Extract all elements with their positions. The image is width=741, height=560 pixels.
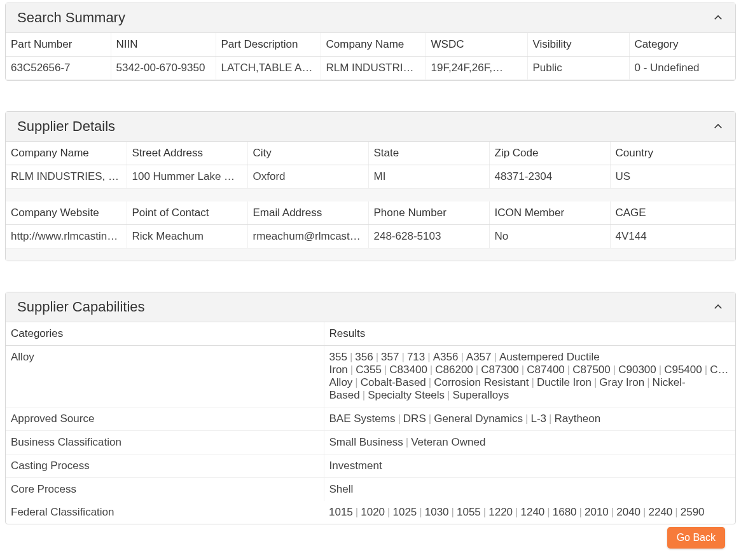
- cell-niin: 5342-00-670-9350: [111, 57, 216, 80]
- result-value: C83400: [389, 364, 427, 376]
- supplier-capabilities-panel: Supplier Capabilities Categories Results…: [5, 292, 736, 524]
- cell-wsdc: 19F,24F,26F,…: [426, 57, 527, 80]
- result-value: C90300: [618, 364, 656, 376]
- cutoff-results: 1015|1020|1025|1030|1055|1220|1240|1680|…: [324, 501, 710, 524]
- details-table: Company Name Street Address City State Z…: [6, 142, 735, 261]
- result-value: 713: [407, 351, 425, 363]
- supplier-details-header[interactable]: Supplier Details: [6, 112, 735, 142]
- separator: |: [360, 389, 368, 401]
- separator: |: [385, 506, 392, 518]
- separator: |: [348, 364, 356, 376]
- separator: |: [373, 351, 381, 363]
- separator: |: [481, 506, 488, 518]
- separator: |: [417, 506, 424, 518]
- cell-state: MI: [368, 165, 489, 189]
- cell-results: Small Business|Veteran Owned: [324, 431, 735, 454]
- cell-phone: 248-628-5103: [368, 224, 489, 248]
- separator: |: [473, 364, 481, 376]
- cell-zip: 48371-2304: [489, 165, 610, 189]
- col-company-name: Company Name: [321, 33, 426, 57]
- col-cage: CAGE: [610, 201, 735, 225]
- separator: |: [609, 506, 616, 518]
- cell-results: Shell: [324, 478, 735, 502]
- result-value: 1240: [521, 506, 545, 518]
- table-header-row: Categories Results: [6, 322, 735, 346]
- table-row[interactable]: RLM INDUSTRIES, INC. 100 Hummer Lake Roa…: [6, 165, 735, 189]
- result-value: 2010: [585, 506, 609, 518]
- result-value: 357: [381, 351, 399, 363]
- panel-title: Supplier Details: [17, 118, 115, 135]
- separator: |: [403, 436, 411, 448]
- cell-category: 0 - Undefined: [629, 57, 735, 80]
- separator: |: [427, 364, 435, 376]
- separator: |: [577, 506, 585, 518]
- separator: |: [399, 351, 406, 363]
- cell-email: rmeachum@rlmcastin…: [247, 224, 368, 248]
- separator: |: [492, 351, 499, 363]
- result-value: Gray Iron: [599, 376, 644, 388]
- result-value: L-3: [530, 413, 546, 425]
- col-email: Email Address: [247, 201, 368, 225]
- col-icon-member: ICON Member: [489, 201, 610, 225]
- separator: |: [546, 413, 554, 425]
- cell-visibility: Public: [527, 57, 629, 80]
- separator: |: [426, 413, 434, 425]
- cell-company-name: RLM INDUSTRIES, INC.: [6, 165, 127, 189]
- cell-country: US: [610, 165, 735, 189]
- table-row[interactable]: 63C52656-7 5342-00-670-9350 LATCH,TABLE …: [6, 57, 735, 80]
- col-part-description: Part Description: [216, 33, 321, 57]
- search-summary-header[interactable]: Search Summary: [6, 3, 735, 33]
- separator: |: [347, 351, 355, 363]
- separator: |: [656, 364, 664, 376]
- table-row: Core ProcessShell: [6, 478, 735, 502]
- result-value: Shell: [329, 483, 354, 495]
- table-row[interactable]: http://www.rlmcasting… Rick Meachum rmea…: [6, 224, 735, 248]
- separator: |: [644, 376, 652, 388]
- col-poc: Point of Contact: [127, 201, 247, 225]
- col-street: Street Address: [127, 142, 247, 165]
- result-value: Small Business: [329, 436, 403, 448]
- result-value: DRS: [403, 413, 426, 425]
- result-value: C87400: [527, 364, 565, 376]
- result-value: 355: [329, 351, 347, 363]
- result-value: Veteran Owned: [411, 436, 485, 448]
- col-country: Country: [610, 142, 735, 165]
- col-wsdc: WSDC: [426, 33, 527, 57]
- separator: |: [592, 376, 599, 388]
- chevron-up-icon: [712, 301, 724, 313]
- separator: |: [449, 506, 457, 518]
- table-header-row: Company Name Street Address City State Z…: [6, 142, 735, 165]
- result-value: Corrosion Resistant: [434, 376, 529, 388]
- cell-city: Oxford: [247, 165, 368, 189]
- separator: |: [425, 351, 433, 363]
- col-part-number: Part Number: [6, 33, 111, 57]
- col-visibility: Visibility: [527, 33, 629, 57]
- result-value: C87300: [481, 364, 519, 376]
- capabilities-table: Categories Results Alloy355|356|357|713|…: [6, 322, 735, 501]
- supplier-capabilities-header[interactable]: Supplier Capabilities: [6, 292, 735, 322]
- spacer-row: [6, 248, 735, 261]
- table-row: Casting ProcessInvestment: [6, 454, 735, 478]
- cutoff-category: Federal Classification: [6, 501, 324, 524]
- result-value: 1015: [329, 506, 353, 518]
- separator: |: [445, 389, 452, 401]
- col-phone: Phone Number: [368, 201, 489, 225]
- separator: |: [519, 364, 527, 376]
- cell-results: 355|356|357|713|A356|A357|Austempered Du…: [324, 346, 735, 407]
- col-state: State: [368, 142, 489, 165]
- separator: |: [353, 506, 361, 518]
- separator: |: [523, 413, 530, 425]
- cell-results: BAE Systems|DRS|General Dynamics|L-3|Ray…: [324, 407, 735, 431]
- separator: |: [565, 364, 572, 376]
- result-value: 1030: [425, 506, 449, 518]
- result-value: Cobalt-Based: [361, 376, 426, 388]
- cell-category: Casting Process: [6, 454, 324, 478]
- result-value: C87500: [572, 364, 611, 376]
- separator: |: [529, 376, 537, 388]
- result-value: Specialty Steels: [368, 389, 445, 401]
- table-header-row: Company Website Point of Contact Email A…: [6, 201, 735, 225]
- col-niin: NIIN: [111, 33, 216, 57]
- result-value: 2590: [681, 506, 705, 518]
- table-row: Alloy355|356|357|713|A356|A357|Austemper…: [6, 346, 735, 407]
- cell-results: Investment: [324, 454, 735, 478]
